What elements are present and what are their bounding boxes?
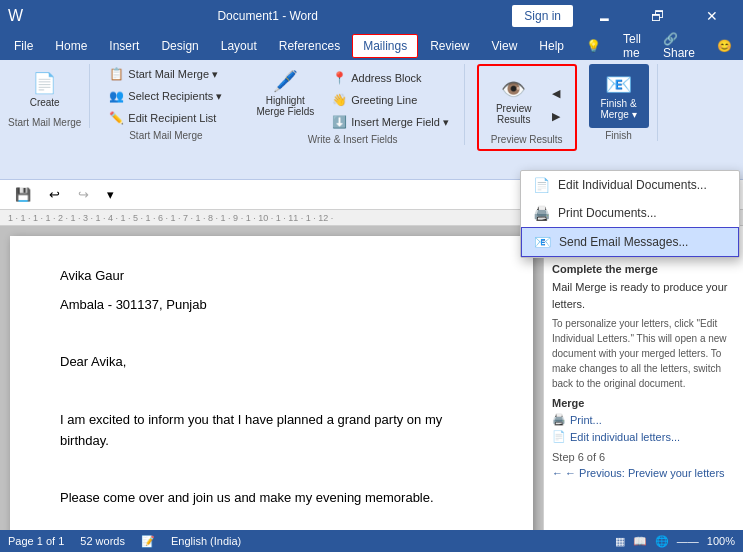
menu-home[interactable]: Home xyxy=(45,35,97,57)
print-documents-item[interactable]: 🖨️ Print Documents... xyxy=(521,199,739,227)
word-count: 52 words xyxy=(80,535,125,547)
mail-merge-panel: Mail Merge Complete the merge Mail Merge… xyxy=(543,226,743,530)
greeting-icon: 👋 xyxy=(332,93,347,107)
nav-prev-btn[interactable]: ◀ xyxy=(545,84,567,103)
start-icon: 📋 xyxy=(109,67,124,81)
menu-mailings[interactable]: Mailings xyxy=(352,34,418,58)
body-line2: Please come over and join us and make my… xyxy=(60,488,483,509)
write-group-label: Write & Insert Fields xyxy=(308,134,398,145)
preview-icon: 👁️ xyxy=(501,77,526,101)
previous-step-link[interactable]: ← ← Previous: Preview your letters xyxy=(552,467,735,479)
complete-merge-text: Mail Merge is ready to produce your lett… xyxy=(552,279,735,312)
spell-check-icon: 📝 xyxy=(141,535,155,548)
blank4 xyxy=(60,517,483,530)
read-mode-btn[interactable]: 📖 xyxy=(633,535,647,548)
create-group-label: Start Mail Merge xyxy=(8,117,81,128)
undo-button[interactable]: ↩ xyxy=(42,183,67,206)
preview-results-btn[interactable]: 👁️ PreviewResults xyxy=(487,70,541,132)
status-right: ▦ 📖 🌐 —— 100% xyxy=(615,535,735,548)
ribbon-group-preview: 👁️ PreviewResults ◀ ▶ Preview Results xyxy=(477,64,577,151)
highlight-merge-btn[interactable]: 🖊️ HighlightMerge Fields xyxy=(249,64,321,122)
ribbon-group-create: 📄 Create Start Mail Merge xyxy=(8,64,90,128)
finish-group-label: Finish xyxy=(605,130,632,141)
email-icon: 📧 xyxy=(534,234,551,250)
greeting-line-btn[interactable]: 👋 Greeting Line xyxy=(325,90,456,110)
edit-individual-docs-item[interactable]: 📄 Edit Individual Documents... xyxy=(521,171,739,199)
mail-merge-btns: 📋 Start Mail Merge ▾ 👥 Select Recipients… xyxy=(102,64,229,128)
menu-share[interactable]: 🔗 Share xyxy=(653,28,705,64)
start-group-label: Start Mail Merge xyxy=(129,130,202,141)
insert-field-btns: 📍 Address Block 👋 Greeting Line ⬇️ Inser… xyxy=(325,68,456,132)
title-bar-title: Document1 - Word xyxy=(23,9,512,23)
main-area: Avika Gaur Ambala - 301137, Punjab Dear … xyxy=(0,226,743,530)
menu-view[interactable]: View xyxy=(482,35,528,57)
merge-field-icon: ⬇️ xyxy=(332,115,347,129)
menu-review[interactable]: Review xyxy=(420,35,479,57)
ribbon-group-write: 🖊️ HighlightMerge Fields 📍 Address Block… xyxy=(249,64,465,145)
blank2 xyxy=(60,381,483,402)
create-button[interactable]: 📄 Create xyxy=(20,64,70,115)
menu-layout[interactable]: Layout xyxy=(211,35,267,57)
insert-merge-field-btn[interactable]: ⬇️ Insert Merge Field ▾ xyxy=(325,112,456,132)
start-mail-merge-btn[interactable]: 📋 Start Mail Merge ▾ xyxy=(102,64,229,84)
menu-references[interactable]: References xyxy=(269,35,350,57)
step-indicator: Step 6 of 6 xyxy=(552,451,735,463)
preview-group-label: Preview Results xyxy=(491,134,563,145)
edit-docs-icon: 📄 xyxy=(533,177,550,193)
language-indicator: English (India) xyxy=(171,535,241,547)
print-link-icon: 🖨️ xyxy=(552,413,566,426)
print-link[interactable]: 🖨️ Print... xyxy=(552,413,735,426)
finish-merge-btn[interactable]: 📧 Finish &Merge ▾ xyxy=(589,64,649,128)
recipients-icon: 👥 xyxy=(109,89,124,103)
address-icon: 📍 xyxy=(332,71,347,85)
edit-letters-icon: 📄 xyxy=(552,430,566,443)
customize-btn[interactable]: ▾ xyxy=(100,183,121,206)
blank1 xyxy=(60,324,483,345)
zoom-level: 100% xyxy=(707,535,735,547)
menu-tell-me[interactable]: Tell me xyxy=(613,28,651,64)
send-email-item[interactable]: 📧 Send Email Messages... xyxy=(521,227,739,257)
status-bar: Page 1 of 1 52 words 📝 English (India) ▦… xyxy=(0,530,743,552)
address-block-btn[interactable]: 📍 Address Block xyxy=(325,68,456,88)
menu-lightbulb[interactable]: 💡 xyxy=(576,35,611,57)
complete-merge-label: Complete the merge xyxy=(552,263,735,275)
menu-help[interactable]: Help xyxy=(529,35,574,57)
document-page: Avika Gaur Ambala - 301137, Punjab Dear … xyxy=(10,236,533,530)
body-line1: I am excited to inform you that I have p… xyxy=(60,410,483,452)
ribbon: 📄 Create Start Mail Merge 📋 Start Mail M… xyxy=(0,60,743,180)
menu-insert[interactable]: Insert xyxy=(99,35,149,57)
save-button[interactable]: 💾 xyxy=(8,183,38,206)
personalize-text: To personalize your letters, click "Edit… xyxy=(552,316,735,391)
document-area[interactable]: Avika Gaur Ambala - 301137, Punjab Dear … xyxy=(0,226,543,530)
menu-emoji: 😊 xyxy=(707,35,742,57)
web-layout-btn[interactable]: 🌐 xyxy=(655,535,669,548)
print-icon: 🖨️ xyxy=(533,205,550,221)
edit-letters-link[interactable]: 📄 Edit individual letters... xyxy=(552,430,735,443)
address-line: Ambala - 301137, Punjab xyxy=(60,295,483,316)
salutation-line: Dear Avika, xyxy=(60,352,483,373)
create-icon: 📄 xyxy=(32,71,57,95)
menu-design[interactable]: Design xyxy=(151,35,208,57)
menu-bar: File Home Insert Design Layout Reference… xyxy=(0,32,743,60)
select-recipients-btn[interactable]: 👥 Select Recipients ▾ xyxy=(102,86,229,106)
highlight-icon: 🖊️ xyxy=(273,69,298,93)
menu-file[interactable]: File xyxy=(4,35,43,57)
edit-recipient-list-btn[interactable]: ✏️ Edit Recipient List xyxy=(102,108,229,128)
ribbon-group-finish: 📧 Finish &Merge ▾ Finish xyxy=(589,64,658,141)
merge-section-label: Merge xyxy=(552,397,735,409)
page-count: Page 1 of 1 xyxy=(8,535,64,547)
blank3 xyxy=(60,460,483,481)
word-icon: W xyxy=(8,7,23,25)
finish-icon: 📧 xyxy=(605,72,632,98)
zoom-slider[interactable]: —— xyxy=(677,535,699,547)
nav-next-btn[interactable]: ▶ xyxy=(545,107,567,126)
name-line: Avika Gaur xyxy=(60,266,483,287)
document-content: Avika Gaur Ambala - 301137, Punjab Dear … xyxy=(60,266,483,530)
ribbon-group-start: 📋 Start Mail Merge ▾ 👥 Select Recipients… xyxy=(102,64,237,141)
prev-arrow-icon: ← xyxy=(552,467,563,479)
finish-dropdown: 📄 Edit Individual Documents... 🖨️ Print … xyxy=(520,170,740,258)
redo-button[interactable]: ↪ xyxy=(71,183,96,206)
edit-list-icon: ✏️ xyxy=(109,111,124,125)
sign-in-button[interactable]: Sign in xyxy=(512,5,573,27)
view-mode-btn[interactable]: ▦ xyxy=(615,535,625,548)
